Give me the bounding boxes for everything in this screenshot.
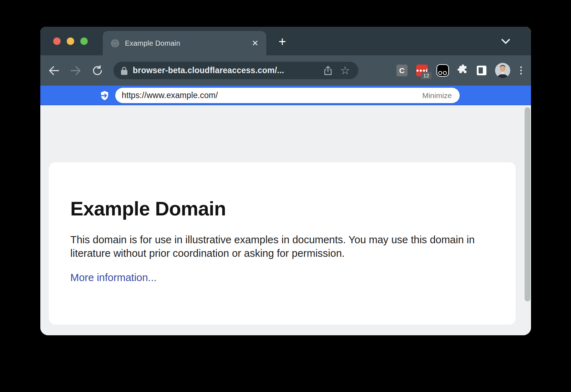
extension-badge: 12 — [421, 72, 431, 79]
close-window-button[interactable] — [53, 37, 61, 45]
content-card: Example Domain This domain is for use in… — [49, 162, 516, 325]
extensions-area: C 12 — [396, 63, 524, 78]
profile-avatar[interactable] — [495, 63, 510, 78]
bookmark-star-icon[interactable]: ☆ — [339, 65, 351, 77]
page-heading: Example Domain — [70, 197, 494, 220]
address-bar-url: browser-beta.cloudflareaccess.com/... — [133, 66, 317, 75]
window-controls — [53, 27, 88, 55]
lock-icon — [120, 66, 128, 75]
tab-close-icon[interactable]: ✕ — [249, 37, 261, 49]
forward-button[interactable] — [68, 63, 84, 78]
scrollbar-thumb[interactable] — [525, 107, 530, 301]
isolation-shield-icon — [99, 90, 110, 101]
new-tab-button[interactable]: + — [274, 34, 290, 50]
tab-title: Example Domain — [125, 39, 244, 47]
browser-toolbar: browser-beta.cloudflareaccess.com/... ☆ … — [40, 55, 531, 86]
extension-c-icon[interactable]: C — [396, 65, 408, 76]
zoom-window-button[interactable] — [80, 37, 88, 45]
back-button[interactable] — [46, 63, 62, 78]
active-tab[interactable]: Example Domain ✕ — [103, 31, 266, 55]
reload-button[interactable] — [90, 63, 105, 78]
isolation-url: https://www.example.com/ — [122, 91, 422, 100]
minimize-button[interactable]: Minimize — [422, 91, 452, 100]
minimize-window-button[interactable] — [67, 37, 74, 45]
share-icon[interactable] — [322, 65, 334, 77]
page-paragraph: This domain is for use in illustrative e… — [70, 233, 482, 260]
page-viewport: Example Domain This domain is for use in… — [40, 105, 531, 335]
isolation-bar: https://www.example.com/ Minimize — [40, 86, 531, 105]
extensions-puzzle-icon[interactable] — [458, 65, 468, 77]
browser-window: Example Domain ✕ + — [40, 27, 531, 335]
tab-strip: Example Domain ✕ + — [40, 27, 531, 55]
isolation-address-bar[interactable]: https://www.example.com/ Minimize — [115, 88, 460, 103]
extension-password-icon[interactable]: 12 — [416, 65, 428, 76]
globe-favicon-icon — [111, 39, 120, 48]
browser-menu-icon[interactable] — [519, 65, 524, 76]
tab-search-chevron-icon[interactable] — [499, 36, 512, 47]
side-panel-icon[interactable] — [477, 66, 486, 75]
extension-camera-icon[interactable] — [436, 64, 449, 77]
more-information-link[interactable]: More information... — [70, 272, 157, 284]
address-bar[interactable]: browser-beta.cloudflareaccess.com/... ☆ — [113, 62, 358, 79]
